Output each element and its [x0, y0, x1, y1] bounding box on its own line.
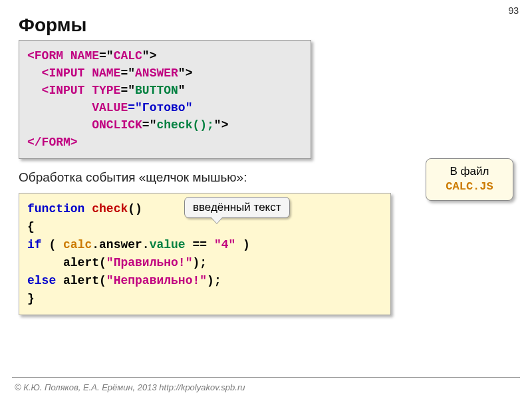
caption-text: Обработка события «щелчок мышью»:	[19, 170, 247, 185]
code-line: }	[27, 290, 382, 308]
slide-title: Формы	[19, 15, 86, 36]
file-callout: В файл CALC.JS	[426, 158, 513, 201]
code-line: VALUE="Готово"	[27, 99, 303, 116]
callout-line: В файл	[433, 164, 506, 180]
code-line: {	[27, 218, 382, 236]
code-line: ONCLICK="check();">	[27, 116, 303, 134]
code-line: <FORM NAME="CALC">	[27, 47, 303, 65]
code-line: else alert("Неправильно!");	[27, 272, 382, 290]
html-code-block: <FORM NAME="CALC"> <INPUT NAME="ANSWER">…	[19, 40, 311, 159]
footer-divider	[12, 377, 520, 378]
code-line: </FORM>	[27, 134, 303, 151]
page-number: 93	[508, 5, 519, 16]
code-line: <INPUT TYPE="BUTTON"	[27, 82, 303, 99]
code-line: if ( calc.answer.value == "4" )	[27, 236, 382, 254]
code-line: alert("Правильно!");	[27, 254, 382, 272]
tooltip-callout: введённый текст	[184, 197, 290, 218]
callout-filename: CALC.JS	[433, 180, 506, 195]
code-line: <INPUT NAME="ANSWER">	[27, 65, 303, 82]
footer-text: © К.Ю. Поляков, Е.А. Ерёмин, 2013 http:/…	[15, 382, 245, 392]
